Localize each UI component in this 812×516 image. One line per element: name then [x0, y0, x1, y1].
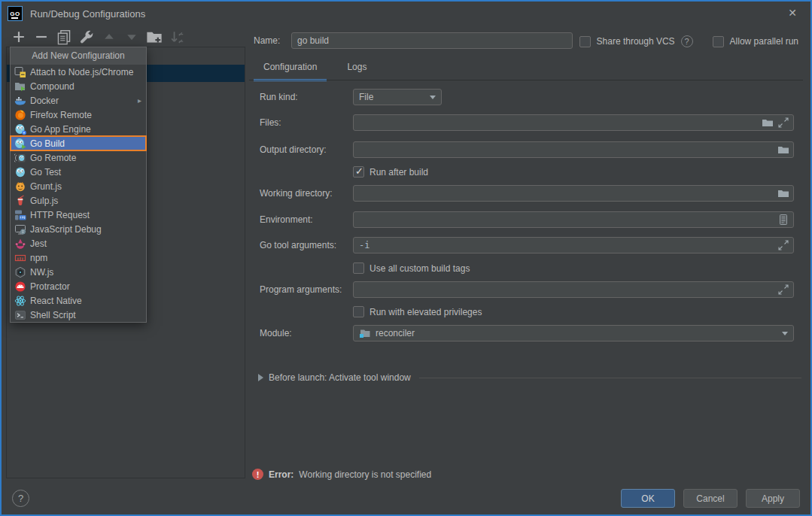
submenu-arrow-icon: ▸	[138, 96, 141, 105]
output-directory-field	[353, 141, 794, 158]
before-launch-rule	[419, 378, 801, 378]
expand-arrow-icon[interactable]	[258, 374, 263, 381]
run-kind-value: File	[359, 92, 373, 102]
help-button[interactable]: ?	[12, 490, 29, 507]
popup-item-attach-node[interactable]: Attach to Node.js/Chrome	[11, 65, 146, 79]
popup-item-label: Docker	[30, 96, 59, 106]
run-with-elevated-privileges-row[interactable]: Run with elevated privileges	[353, 306, 482, 317]
run-after-build-row[interactable]: Run after build	[353, 166, 428, 178]
browse-folder-icon[interactable]	[777, 187, 789, 202]
firefox-icon	[14, 109, 26, 121]
module-dropdown[interactable]: reconciler	[353, 325, 794, 341]
popup-item-go-build[interactable]: Go Build	[11, 136, 146, 150]
module-icon	[359, 327, 371, 339]
share-through-vcs-checkbox[interactable]	[579, 36, 591, 47]
error-icon: !	[252, 469, 263, 480]
remove-icon[interactable]	[33, 29, 50, 45]
popup-item-docker[interactable]: Docker ▸	[11, 93, 146, 108]
titlebar: GO Run/Debug Configurations ✕	[2, 2, 810, 26]
run-debug-configurations-dialog: GO Run/Debug Configurations ✕ Add New Co…	[0, 0, 812, 516]
add-icon[interactable]	[11, 29, 27, 45]
environment-input[interactable]	[354, 212, 793, 227]
popup-item-label: Protractor	[30, 281, 70, 292]
edit-defaults-wrench-icon[interactable]	[78, 29, 95, 45]
popup-item-label: Gulp.js	[30, 196, 58, 206]
working-directory-input[interactable]	[354, 186, 793, 201]
new-folder-icon[interactable]	[146, 29, 163, 45]
vcs-help-icon[interactable]: ?	[681, 35, 693, 47]
use-all-custom-build-tags-checkbox[interactable]	[353, 263, 364, 274]
popup-item-compound[interactable]: Compound	[11, 79, 146, 93]
popup-item-http-request[interactable]: HTTP Request	[11, 208, 146, 222]
run-kind-dropdown[interactable]: File	[353, 89, 442, 105]
popup-item-javascript-debug[interactable]: JavaScript Debug	[11, 222, 146, 236]
module-value: reconciler	[376, 328, 415, 338]
files-input[interactable]	[354, 115, 793, 130]
compound-icon	[14, 80, 26, 93]
popup-item-nwjs[interactable]: NW.js	[11, 265, 146, 279]
run-after-build-checkbox[interactable]	[353, 166, 364, 178]
npm-icon	[14, 252, 26, 264]
popup-item-grunt[interactable]: Grunt.js	[11, 179, 146, 193]
error-message: Working directory is not specified	[299, 469, 431, 480]
run-config-options: Share through VCS ? Allow parallel run	[579, 35, 798, 47]
before-launch-section[interactable]: Before launch: Activate tool window	[258, 372, 801, 383]
tab-logs[interactable]: Logs	[337, 62, 376, 81]
popup-item-go-app-engine[interactable]: Go App Engine	[11, 122, 146, 136]
run-with-elevated-privileges-label: Run with elevated privileges	[370, 307, 482, 317]
files-label: Files:	[260, 114, 281, 131]
popup-item-gulp[interactable]: Gulp.js	[11, 193, 146, 208]
name-input[interactable]	[292, 33, 572, 48]
browse-variables-icon[interactable]	[777, 214, 789, 228]
copy-icon[interactable]	[56, 29, 72, 45]
docker-icon	[14, 95, 26, 107]
window-title: Run/Debug Configurations	[30, 8, 145, 20]
tabs-separator	[249, 80, 803, 80]
popup-item-label: Shell Script	[30, 310, 76, 320]
nw-js-icon	[14, 266, 26, 278]
before-launch-label: Before launch: Activate tool window	[269, 372, 411, 383]
popup-item-label: HTTP Request	[30, 210, 90, 220]
popup-item-npm[interactable]: npm	[11, 250, 146, 265]
program-arguments-input[interactable]	[354, 282, 793, 297]
go-remote-icon	[14, 152, 26, 164]
shell-script-icon	[14, 309, 26, 321]
error-message-row: ! Error: Working directory is not specif…	[252, 469, 431, 480]
module-label: Module:	[260, 325, 292, 341]
node-js-chrome-icon	[14, 66, 26, 78]
apply-button[interactable]: Apply	[746, 489, 800, 508]
popup-item-label: Attach to Node.js/Chrome	[30, 67, 133, 77]
popup-item-label: Firefox Remote	[30, 110, 92, 120]
use-all-custom-build-tags-label: Use all custom build tags	[370, 263, 470, 274]
go-tool-arguments-field	[353, 237, 794, 253]
ok-button[interactable]: OK	[621, 489, 675, 508]
allow-parallel-run-checkbox[interactable]	[713, 36, 724, 47]
popup-item-go-test[interactable]: Go Test	[11, 165, 146, 179]
run-with-elevated-privileges-checkbox[interactable]	[353, 306, 364, 317]
output-directory-label: Output directory:	[260, 141, 327, 158]
cancel-button[interactable]: Cancel	[683, 489, 737, 508]
dialog-buttons: OK Cancel Apply	[621, 489, 800, 508]
popup-item-label: React Native	[30, 296, 82, 306]
popup-item-jest[interactable]: Jest	[11, 236, 146, 250]
popup-item-shell-script[interactable]: Shell Script	[11, 308, 146, 322]
use-all-custom-build-tags-row[interactable]: Use all custom build tags	[353, 263, 470, 274]
popup-item-label: Grunt.js	[30, 181, 62, 192]
files-field	[353, 114, 794, 131]
popup-item-firefox-remote[interactable]: Firefox Remote	[11, 108, 146, 122]
chevron-down-icon	[430, 96, 436, 99]
popup-item-label: Compound	[30, 81, 75, 92]
popup-item-go-remote[interactable]: Go Remote	[11, 150, 146, 165]
browse-folder-icon[interactable]	[762, 117, 774, 131]
popup-item-react-native[interactable]: React Native	[11, 293, 146, 308]
close-icon[interactable]: ✕	[785, 5, 800, 20]
tab-configuration[interactable]: Configuration	[254, 62, 327, 81]
output-directory-input[interactable]	[354, 142, 793, 157]
expand-icon[interactable]	[777, 117, 789, 131]
popup-item-protractor[interactable]: Protractor	[11, 279, 146, 293]
go-tool-arguments-input[interactable]	[354, 238, 793, 253]
go-build-icon	[14, 138, 26, 150]
browse-folder-icon[interactable]	[777, 144, 789, 158]
expand-icon[interactable]	[777, 284, 789, 298]
expand-icon[interactable]	[777, 239, 789, 253]
